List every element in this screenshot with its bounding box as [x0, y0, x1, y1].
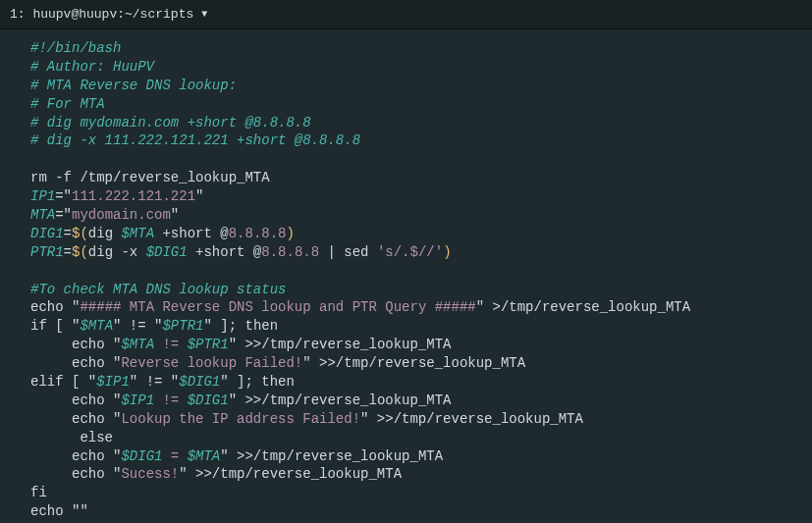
code-line: PTR1=$(dig -x $DIG1 +short @8.8.8.8 | se…: [6, 243, 806, 262]
titlebar-text: 1: huupv@huupv:~/scripts: [10, 7, 193, 22]
code-line: rm -f /tmp/reverse_lookup_MTA: [6, 169, 806, 187]
code-line: else: [6, 429, 806, 447]
code-line: # dig -x 111.222.121.221 +short @8.8.8.8: [6, 131, 806, 150]
code-line: echo "": [6, 502, 806, 521]
terminal-content[interactable]: #!/bin/bash # Author: HuuPV # MTA Revers…: [0, 29, 812, 523]
code-line: DIG1=$(dig $MTA +short @8.8.8.8): [6, 225, 806, 243]
code-line: echo "$DIG1 = $MTA" >>/tmp/reverse_looku…: [6, 447, 806, 466]
chevron-down-icon[interactable]: ▼: [201, 9, 207, 20]
window-titlebar[interactable]: 1: huupv@huupv:~/scripts ▼: [0, 0, 812, 29]
code-line: # dig mydomain.com +short @8.8.8.8: [6, 114, 806, 132]
code-line: echo "Sucess!" >>/tmp/reverse_lookup_MTA: [6, 465, 806, 484]
code-line: # MTA Reverse DNS lookup:: [6, 77, 806, 95]
code-line: echo "##### MTA Reverse DNS lookup and P…: [6, 298, 806, 317]
code-line: echo "$IP1 != $DIG1" >>/tmp/reverse_look…: [6, 392, 806, 410]
code-line: # Author: HuuPV: [6, 58, 806, 77]
blank-line: [6, 262, 806, 281]
code-line: echo "Lookup the IP address Failed!" >>/…: [6, 410, 806, 429]
code-line: if [ "$MTA" != "$PTR1" ]; then: [6, 317, 806, 336]
code-line: echo "Reverse lookup Failed!" >>/tmp/rev…: [6, 354, 806, 373]
blank-line: [6, 150, 806, 169]
code-line: elif [ "$IP1" != "$DIG1" ]; then: [6, 373, 806, 392]
code-line: #!/bin/bash: [6, 39, 806, 58]
code-line: IP1="111.222.121.221": [6, 187, 806, 206]
code-line: #To check MTA DNS lookup status: [6, 281, 806, 299]
code-line: echo "$MTA != $PTR1" >>/tmp/reverse_look…: [6, 336, 806, 354]
code-line: fi: [6, 484, 806, 502]
code-line: # For MTA: [6, 95, 806, 114]
code-line: MTA="mydomain.com": [6, 206, 806, 225]
